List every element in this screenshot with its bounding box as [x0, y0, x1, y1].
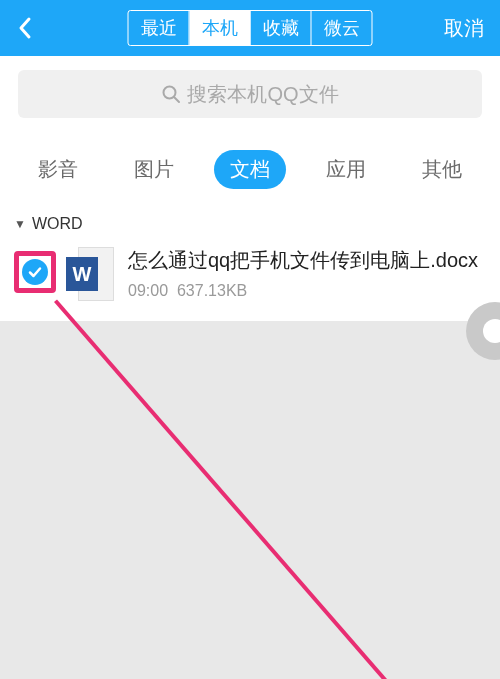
segment-recent[interactable]: 最近 — [129, 11, 190, 45]
cancel-button[interactable]: 取消 — [438, 15, 490, 42]
file-section: ▼ WORD W 怎么通过qq把手机文件传到电脑上.docx 09:00 637… — [0, 205, 500, 321]
file-meta: 09:00 637.13KB — [128, 282, 486, 300]
tab-other[interactable]: 其他 — [406, 150, 478, 189]
segment-favorites[interactable]: 收藏 — [251, 11, 312, 45]
search-placeholder: 搜索本机QQ文件 — [187, 81, 338, 108]
file-name: 怎么通过qq把手机文件传到电脑上.docx — [128, 247, 486, 274]
svg-line-1 — [174, 97, 179, 102]
tab-media[interactable]: 影音 — [22, 150, 94, 189]
collapse-triangle-icon: ▼ — [14, 217, 26, 231]
annotation-line — [54, 299, 398, 679]
header-bar: 最近 本机 收藏 微云 取消 — [0, 0, 500, 56]
section-header[interactable]: ▼ WORD — [14, 215, 486, 233]
category-tabs: 影音 图片 文档 应用 其他 — [0, 132, 500, 205]
fab-inner-icon — [483, 319, 500, 343]
segment-weiyun[interactable]: 微云 — [312, 11, 372, 45]
tab-apps[interactable]: 应用 — [310, 150, 382, 189]
file-size: 637.13KB — [177, 282, 247, 299]
file-info: 怎么通过qq把手机文件传到电脑上.docx 09:00 637.13KB — [128, 247, 486, 300]
tab-docs[interactable]: 文档 — [214, 150, 286, 189]
segment-local[interactable]: 本机 — [190, 11, 251, 45]
tab-images[interactable]: 图片 — [118, 150, 190, 189]
search-container: 搜索本机QQ文件 — [0, 56, 500, 132]
chevron-left-icon — [17, 16, 33, 40]
back-button[interactable] — [10, 16, 40, 40]
section-label: WORD — [32, 215, 83, 233]
check-circle-icon — [22, 259, 48, 285]
file-time: 09:00 — [128, 282, 168, 299]
source-segmented-control: 最近 本机 收藏 微云 — [128, 10, 373, 46]
word-file-icon: W — [66, 247, 114, 301]
file-row[interactable]: W 怎么通过qq把手机文件传到电脑上.docx 09:00 637.13KB — [14, 243, 486, 315]
search-input[interactable]: 搜索本机QQ文件 — [18, 70, 482, 118]
file-checkbox[interactable] — [14, 251, 56, 293]
search-icon — [161, 84, 181, 104]
